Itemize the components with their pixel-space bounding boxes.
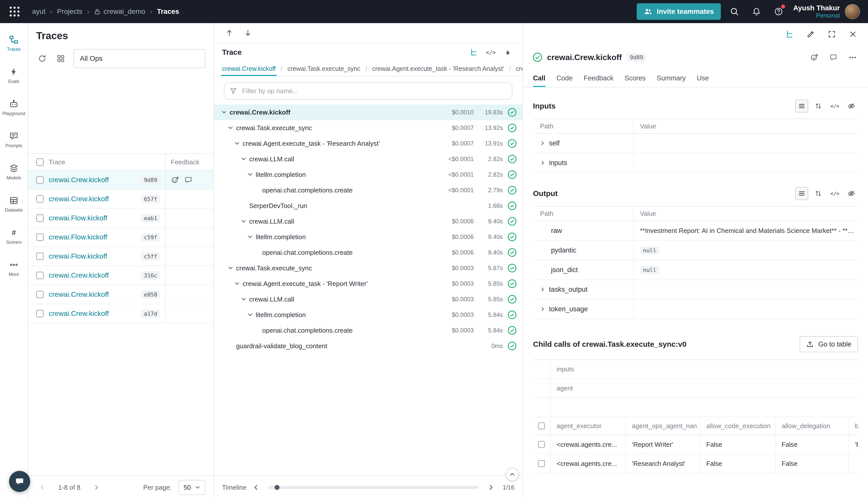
chevron-down-icon[interactable] [233, 280, 241, 288]
trace-tree-row[interactable]: crewai.Task.execute_sync$0.000713.92s [214, 120, 522, 136]
trace-tree-row[interactable]: crewai.LLM.call$0.00069.40s [214, 214, 522, 229]
trace-row[interactable]: crewai.Crew.kickoff657f [28, 190, 213, 209]
tab-code[interactable]: Code [557, 69, 573, 87]
trace-tree-row[interactable]: openai.chat.completions.create$0.00035.8… [214, 322, 522, 338]
expand-all-button[interactable] [812, 99, 825, 112]
trace-path-tab[interactable]: crewai.Task.execute_sync [286, 61, 361, 76]
trace-tree-row[interactable]: openai.chat.completions.create$0.00069.4… [214, 245, 522, 260]
select-all-checkbox[interactable] [538, 422, 545, 429]
trace-row[interactable]: crewai.Flow.kickoffc59f [28, 228, 213, 247]
search-button[interactable] [726, 3, 743, 20]
chevron-right-icon[interactable] [540, 141, 546, 146]
stack-view-button[interactable] [784, 28, 796, 40]
chevron-down-icon[interactable] [246, 311, 254, 319]
reaction-icon[interactable] [171, 175, 179, 184]
column-header[interactable]: b [848, 417, 858, 435]
trace-tree-row[interactable]: crewai.Agent.execute_task - 'Research An… [214, 136, 522, 151]
row-checkbox[interactable] [538, 460, 545, 467]
row-checkbox[interactable] [36, 291, 44, 298]
select-all-checkbox[interactable] [36, 158, 44, 166]
trace-row[interactable]: crewai.Crew.kickoff316c [28, 266, 213, 285]
more-options-button[interactable]: ⋯ [847, 52, 858, 63]
timeline-prev-button[interactable] [250, 482, 261, 493]
invite-teammates-button[interactable]: Invite teammates [637, 3, 721, 20]
code-format-button[interactable]: </> [828, 187, 841, 200]
sidebar-item-playground[interactable]: Playground [0, 92, 27, 124]
row-checkbox[interactable] [36, 253, 44, 260]
hide-values-button[interactable] [845, 99, 858, 112]
timeline-handle[interactable] [274, 485, 280, 490]
breadcrumb-project[interactable]: crewai_demo [94, 8, 146, 15]
tab-call[interactable]: Call [533, 69, 546, 87]
trace-tree-row[interactable]: litellm.completion$0.00035.84s [214, 307, 522, 322]
format-list-button[interactable] [795, 187, 808, 200]
tab-feedback[interactable]: Feedback [584, 69, 613, 87]
breadcrumb-org[interactable]: ayut [32, 8, 46, 15]
path-value-row[interactable]: self [533, 134, 858, 153]
op-filter-input[interactable] [241, 87, 507, 96]
chevron-down-icon[interactable] [220, 108, 228, 116]
child-call-row[interactable]: <crewai.agents.cre...'Report Writer'Fals… [533, 435, 858, 454]
row-checkbox[interactable] [36, 310, 44, 317]
hide-values-button[interactable] [845, 187, 858, 200]
trace-name-link[interactable]: crewai.Flow.kickoff [49, 252, 137, 260]
sidebar-item-prompts[interactable]: Prompts [0, 124, 27, 156]
path-value-row[interactable]: inputs [533, 153, 858, 173]
chevron-down-icon[interactable] [226, 124, 235, 132]
collapse-timeline-button[interactable] [506, 468, 519, 481]
trace-path-tab[interactable]: crewai.LLM.call [515, 61, 522, 76]
trace-tree-row[interactable]: crewai.LLM.call$0.00035.85s [214, 291, 522, 307]
chevron-down-icon[interactable] [239, 217, 248, 226]
path-value-row[interactable]: token_usage [533, 300, 858, 319]
row-checkbox[interactable] [36, 195, 44, 203]
trace-tree-row[interactable]: litellm.completion$0.00069.40s [214, 229, 522, 245]
close-button[interactable] [847, 28, 859, 40]
row-checkbox[interactable] [36, 233, 44, 241]
sidebar-item-evals[interactable]: Evals [0, 59, 27, 92]
help-button[interactable] [770, 3, 787, 20]
trace-row[interactable]: crewai.Flow.kickoffc5ff [28, 247, 213, 266]
trace-name-link[interactable]: crewai.Crew.kickoff [49, 271, 137, 279]
prev-call-button[interactable] [225, 29, 234, 37]
notifications-button[interactable] [748, 3, 765, 20]
trace-tree-row[interactable]: crewai.Agent.execute_task - 'Report Writ… [214, 276, 522, 291]
sidebar-item-more[interactable]: More [0, 252, 27, 284]
fullscreen-button[interactable] [826, 28, 838, 40]
tab-summary[interactable]: Summary [657, 69, 686, 87]
refresh-button[interactable] [36, 52, 48, 64]
format-list-button[interactable] [795, 99, 808, 112]
row-checkbox[interactable] [538, 441, 545, 448]
trace-tree-row[interactable]: openai.chat.completions.create<$0.00012.… [214, 182, 522, 198]
chat-support-button[interactable] [9, 471, 30, 492]
trace-name-link[interactable]: crewai.Crew.kickoff [49, 176, 137, 184]
sidebar-item-traces[interactable]: Traces [0, 27, 27, 59]
column-header[interactable]: allow_code_execution [700, 417, 775, 435]
next-page-button[interactable] [90, 482, 102, 494]
column-header[interactable]: agent_ops_agent_nan [625, 417, 700, 435]
sidebar-item-models[interactable]: Models [0, 156, 27, 188]
tree-view-button[interactable] [467, 46, 480, 59]
next-call-button[interactable] [244, 29, 252, 37]
add-reaction-button[interactable] [809, 52, 820, 63]
chevron-down-icon[interactable] [239, 155, 248, 163]
flame-view-button[interactable] [501, 46, 514, 59]
row-checkbox[interactable] [36, 214, 44, 222]
trace-row[interactable]: crewai.Crew.kickoff9d89 [28, 171, 213, 190]
code-view-button[interactable]: </> [484, 46, 497, 59]
trace-tree-row[interactable]: crewai.Crew.kickoff$0.001019.83s [214, 105, 522, 120]
trace-tree-row[interactable]: crewai.Task.execute_sync$0.00035.87s [214, 260, 522, 276]
trace-name-link[interactable]: crewai.Crew.kickoff [49, 291, 137, 299]
prev-page-button[interactable] [36, 482, 48, 494]
code-format-button[interactable]: </> [828, 99, 841, 112]
chevron-down-icon[interactable] [226, 264, 235, 272]
expand-all-button[interactable] [812, 187, 825, 200]
breadcrumb-projects[interactable]: Projects [57, 8, 82, 15]
columns-button[interactable] [55, 52, 67, 64]
row-checkbox[interactable] [36, 176, 44, 184]
trace-tree-row[interactable]: crewai.LLM.call<$0.00012.82s [214, 151, 522, 167]
account-menu[interactable]: Ayush Thakur Personal [793, 4, 840, 19]
path-value-row[interactable]: tasks_output [533, 280, 858, 300]
sidebar-item-datasets[interactable]: Datasets [0, 188, 27, 220]
tab-use[interactable]: Use [697, 69, 709, 87]
tab-scores[interactable]: Scores [625, 69, 646, 87]
